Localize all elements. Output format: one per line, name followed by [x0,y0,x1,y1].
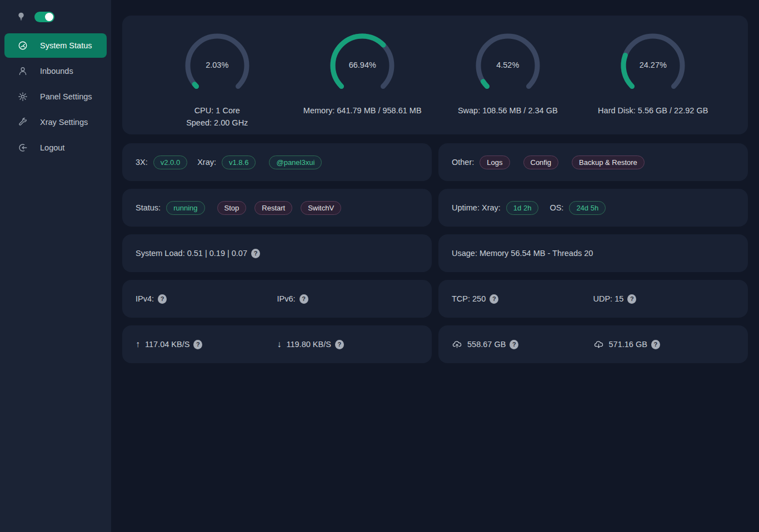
disk-gauge-value: 24.27% [620,61,686,69]
version-card: 3X: v2.0.0 Xray: v1.8.6 @panel3xui [122,143,432,181]
lightbulb-icon [17,11,26,22]
system-gauges-card: 2.03% CPU: 1 Core Speed: 2.00 GHz 66.94%… [122,16,748,134]
help-icon[interactable]: ? [335,340,344,349]
os-label: OS: [550,203,563,212]
3x-version-badge[interactable]: v2.0.0 [153,155,187,169]
ipv4-label: IPv4: [136,294,154,303]
xray-label: Xray: [197,158,216,167]
help-icon[interactable]: ? [251,249,260,258]
received-traffic-section: 571.16 GB ? [593,340,735,349]
xray-version-badge[interactable]: v1.8.6 [222,155,256,169]
ipv4-section: IPv4: ? [136,294,277,304]
dark-mode-toggle[interactable] [34,12,54,22]
connections-card: TCP: 250 ? UDP: 15 ? [438,280,748,318]
usage-text: Usage: Memory 56.54 MB - Threads 20 [452,249,593,258]
sidebar-menu: System Status Inbounds Panel Settings [0,33,111,160]
uptime-card: Uptime: Xray: 1d 2h OS: 24d 5h [438,189,748,227]
dashboard-icon [18,41,28,51]
sidebar-item-panel-settings[interactable]: Panel Settings [4,84,107,109]
help-icon[interactable]: ? [193,340,202,349]
sidebar-item-label: Panel Settings [40,92,92,101]
help-icon[interactable]: ? [627,294,636,304]
sidebar-item-label: System Status [40,41,92,50]
help-icon[interactable]: ? [299,294,308,304]
udp-count: UDP: 15 [593,294,624,303]
uptime-xray-label: Uptime: Xray: [452,203,501,212]
switch-version-button[interactable]: SwitchV [301,201,341,215]
restart-button[interactable]: Restart [254,201,292,215]
memory-gauge-label: Memory: 641.79 MB / 958.61 MB [303,105,422,117]
theme-row [0,0,111,30]
other-label: Other: [452,158,474,167]
ip-card: IPv4: ? IPv6: ? [122,280,432,318]
cloud-upload-icon [452,340,462,349]
gauge-cpu: 2.03% CPU: 1 Core Speed: 2.00 GHz [144,32,290,134]
logout-icon [18,143,28,153]
sidebar-item-label: Logout [40,143,64,152]
3x-label: 3X: [136,158,148,167]
arrow-down-icon: ↓ [277,339,282,349]
help-icon[interactable]: ? [490,294,498,304]
telegram-badge[interactable]: @panel3xui [269,155,322,169]
help-icon[interactable]: ? [158,294,167,304]
cpu-gauge-label2: Speed: 2.00 GHz [186,117,248,129]
sidebar-item-system-status[interactable]: System Status [4,33,107,58]
download-speed-section: ↓ 119.80 KB/S ? [277,339,419,349]
disk-gauge-label: Hard Disk: 5.56 GB / 22.92 GB [598,105,708,117]
other-actions-card: Other: Logs Config Backup & Restore [438,143,748,181]
arrow-up-icon: ↑ [136,339,140,349]
received-traffic: 571.16 GB [609,340,647,349]
app-root: System Status Inbounds Panel Settings [0,0,759,532]
sidebar-item-inbounds[interactable]: Inbounds [4,59,107,83]
xray-status-card: Status: running Stop Restart SwitchV [122,189,432,227]
system-load-text: System Load: 0.51 | 0.19 | 0.07 [136,249,247,258]
os-uptime-badge: 24d 5h [569,201,606,215]
sent-traffic-section: 558.67 GB ? [452,340,593,349]
sidebar-item-label: Xray Settings [40,118,88,127]
sidebar-item-xray-settings[interactable]: Xray Settings [4,110,107,134]
upload-speed: 117.04 KB/S [145,340,189,349]
gauge-swap: 4.52% Swap: 108.56 MB / 2.34 GB [435,32,581,134]
stop-button[interactable]: Stop [217,201,247,215]
upload-speed-section: ↑ 117.04 KB/S ? [136,339,277,349]
system-load-card: System Load: 0.51 | 0.19 | 0.07 ? [122,234,432,272]
help-icon[interactable]: ? [510,340,518,349]
cpu-gauge-label: CPU: 1 Core [194,105,240,117]
udp-section: UDP: 15 ? [593,294,735,304]
backup-restore-button[interactable]: Backup & Restore [572,155,645,169]
status-label: Status: [136,203,161,212]
wrench-icon [18,117,28,127]
gear-icon [18,92,28,102]
cpu-gauge-value: 2.03% [184,61,251,69]
xray-uptime-badge: 1d 2h [506,201,539,215]
info-cards-grid: 3X: v2.0.0 Xray: v1.8.6 @panel3xui Other… [122,143,748,363]
ipv6-section: IPv6: ? [277,294,419,304]
gauge-disk: 24.27% Hard Disk: 5.56 GB / 22.92 GB [581,32,726,134]
swap-gauge-label: Swap: 108.56 MB / 2.34 GB [458,105,558,117]
usage-card: Usage: Memory 56.54 MB - Threads 20 [438,234,748,272]
config-button[interactable]: Config [523,155,559,169]
swap-gauge-value: 4.52% [475,61,541,69]
main-content: 2.03% CPU: 1 Core Speed: 2.00 GHz 66.94%… [111,0,759,532]
ipv6-label: IPv6: [277,294,296,303]
total-traffic-card: 558.67 GB ? 571.16 GB ? [438,325,748,363]
download-speed: 119.80 KB/S [287,340,331,349]
gauge-memory: 66.94% Memory: 641.79 MB / 958.61 MB [290,32,436,134]
cloud-download-icon [593,340,604,349]
sidebar-item-label: Inbounds [40,67,73,76]
memory-gauge-value: 66.94% [329,61,396,69]
sidebar: System Status Inbounds Panel Settings [0,0,111,532]
sidebar-item-logout[interactable]: Logout [4,135,107,160]
logs-button[interactable]: Logs [480,155,510,169]
tcp-count: TCP: 250 [452,294,486,303]
user-icon [18,66,28,76]
tcp-section: TCP: 250 ? [452,294,593,304]
status-running-badge: running [166,201,204,215]
toggle-knob [45,13,53,21]
help-icon[interactable]: ? [651,340,660,349]
network-speed-card: ↑ 117.04 KB/S ? ↓ 119.80 KB/S ? [122,325,432,363]
sent-traffic: 558.67 GB [467,340,506,349]
